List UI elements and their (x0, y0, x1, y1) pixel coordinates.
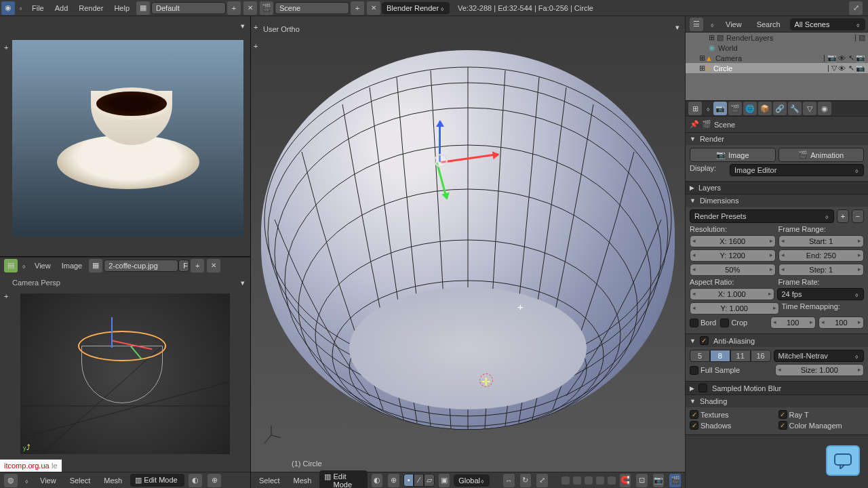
panel-aa-header[interactable]: ▼Anti-Aliasing (686, 334, 868, 347)
aa-5[interactable]: 5 (690, 350, 710, 362)
layer-btn[interactable] (585, 476, 593, 485)
tab-scene-icon[interactable]: 🎬 (728, 102, 742, 115)
aa-size-field[interactable]: Size: 1.000 (775, 364, 865, 376)
aa-16[interactable]: 16 (751, 350, 771, 362)
outliner-search[interactable]: Search (751, 20, 786, 28)
tab-modifier-icon[interactable]: 🔧 (788, 102, 802, 115)
shadows-check[interactable] (690, 421, 698, 430)
panel-layers-header[interactable]: ▶Layers (686, 182, 868, 194)
cam-collapse-icon[interactable]: ▾ (241, 279, 245, 287)
blender-logo-icon[interactable]: ◉ (1, 1, 15, 15)
properties-menu-icon[interactable]: ⬨ (705, 104, 712, 113)
display-dropdown[interactable]: Image Editor⬨ (730, 164, 864, 176)
outliner-filter-dropdown[interactable]: All Scenes⬨ (790, 18, 865, 30)
cam-ft-view[interactable]: View (35, 476, 62, 485)
eye-icon[interactable]: 👁 (837, 64, 846, 73)
imgeditor-menu-icon[interactable]: ⬨ (19, 262, 29, 270)
outliner-menu-icon[interactable]: ⬨ (709, 20, 716, 28)
layout-add-icon[interactable]: + (227, 1, 241, 15)
menu-file[interactable]: File (26, 4, 50, 12)
layer-btn[interactable] (608, 476, 616, 485)
vp-ft-select[interactable]: Select (254, 476, 285, 485)
manip-scale-icon[interactable]: ⤢ (536, 474, 548, 487)
smb-enable-check[interactable] (698, 384, 707, 392)
outliner-row-world[interactable]: ◉World (686, 43, 868, 53)
border-check[interactable] (690, 319, 698, 327)
vp-region-toggle-l[interactable]: + (254, 23, 258, 31)
panel-dimensions-header[interactable]: ▼Dimensions (686, 195, 868, 207)
render-border-icon[interactable]: 📷 (653, 474, 665, 487)
raytrace-check[interactable] (778, 410, 787, 419)
outliner-row-camera[interactable]: ⊞ ▲ Camera | 📷 👁↖📷 (686, 53, 868, 63)
render-presets-dropdown[interactable]: Render Presets⬨ (690, 209, 834, 223)
scene-add-icon[interactable]: + (351, 1, 364, 15)
res-y-field[interactable]: Y: 1200 (690, 249, 776, 262)
vp-region-toggle-r[interactable]: ▾ (675, 23, 679, 32)
fake-user-button[interactable]: F (178, 260, 189, 272)
outliner-row-renderlayers[interactable]: ⊞ ▧ RenderLayers | ▧ (686, 33, 868, 43)
vp-region-toggle-l2[interactable]: + (254, 42, 258, 50)
full-sample-check[interactable] (690, 366, 698, 375)
engine-dropdown[interactable]: Blender Render⬨ (382, 2, 450, 14)
res-x-field[interactable]: X: 1600 (690, 235, 776, 247)
pin-icon[interactable]: 📌 (690, 120, 699, 129)
aa-filter-dropdown[interactable]: Mitchell-Netrav⬨ (774, 350, 865, 362)
preset-add-icon[interactable]: + (837, 209, 849, 223)
layer-btn[interactable] (596, 476, 604, 485)
layer-btn[interactable] (561, 476, 570, 485)
menu-help[interactable]: Help (108, 4, 135, 12)
manip-translate-icon[interactable]: ↔ (503, 474, 515, 487)
3d-cursor-icon[interactable]: ✛ (481, 375, 490, 388)
tab-constraint-icon[interactable]: 🔗 (773, 102, 787, 115)
mesh-object[interactable] (261, 50, 675, 430)
textures-check[interactable] (690, 410, 698, 419)
scene-icon[interactable]: 🎬 (260, 1, 273, 15)
limit-sel-icon[interactable]: ▣ (439, 474, 450, 487)
frame-start-field[interactable]: Start: 1 (778, 235, 865, 247)
cam-region-toggle-icon[interactable]: + (4, 292, 8, 300)
scene-remove-icon[interactable]: ✕ (367, 1, 380, 15)
properties-type-icon[interactable]: ⊞ (688, 102, 702, 115)
aa-8[interactable]: 8 (710, 350, 730, 362)
menu-render[interactable]: Render (73, 4, 108, 12)
region-toggle-icon[interactable]: + (4, 43, 8, 52)
z-axis-gizmo[interactable] (111, 317, 113, 348)
res-pct-field[interactable]: 50% (690, 264, 776, 276)
panel-shading-header[interactable]: ▼Shading (686, 395, 868, 407)
opengl-render-icon[interactable]: 🎬 (669, 474, 681, 487)
aspect-y-field[interactable]: Y: 1.000 (690, 302, 779, 314)
layout-dropdown[interactable]: Default (151, 2, 226, 14)
frame-step-field[interactable]: Step: 1 (778, 264, 865, 276)
panel-smb-header[interactable]: ▶Sampled Motion Blur (686, 382, 868, 394)
aa-enable-check[interactable] (700, 336, 709, 345)
vp-pivot-icon[interactable]: ⊕ (388, 474, 399, 487)
outliner-type-icon[interactable]: ☰ (690, 18, 703, 31)
cam-ft-select[interactable]: Select (64, 476, 96, 485)
tab-material-icon[interactable]: ◉ (818, 102, 831, 115)
mode-dropdown[interactable]: ▥ Edit Mode (130, 474, 184, 487)
camera-viewport[interactable]: Camera Persp ▾ + y⤴ itcomp.org.ua le ◍ ⬨… (0, 273, 251, 488)
vp-shading-icon[interactable]: ◐ (372, 474, 383, 487)
editor-type-menu[interactable]: ⬨ (16, 5, 25, 12)
image-browse-icon[interactable]: ▦ (89, 259, 102, 272)
main-viewport[interactable]: ✛ + User Ortho + ▾ + (1) Circle Select M… (251, 16, 685, 488)
framerate-dropdown[interactable]: 24 fps⬨ (777, 288, 865, 300)
remap-old-field[interactable]: 100 (770, 317, 816, 329)
remap-new-field[interactable]: 100 (818, 317, 864, 329)
view3d-type-icon[interactable]: ◍ (4, 474, 18, 487)
camera-icon[interactable]: 📷 (856, 64, 865, 73)
cam-ft-mesh[interactable]: Mesh (98, 476, 127, 485)
layer-btn[interactable] (573, 476, 581, 485)
aa-11[interactable]: 11 (730, 350, 751, 362)
shading-mode-icon[interactable]: ◐ (189, 474, 202, 487)
scene-dropdown[interactable]: Scene (275, 2, 349, 14)
crop-check[interactable] (720, 319, 729, 327)
gizmo-center[interactable] (434, 154, 448, 167)
orientation-dropdown[interactable]: Global⬨ (454, 474, 490, 487)
frame-end-field[interactable]: End: 250 (778, 249, 865, 262)
vp-ft-mesh[interactable]: Mesh (288, 476, 317, 485)
menu-add[interactable]: Add (50, 4, 74, 12)
tab-object-icon[interactable]: 📦 (758, 102, 772, 115)
sel-vertex[interactable]: • (403, 474, 414, 487)
outliner-view[interactable]: View (720, 20, 747, 28)
